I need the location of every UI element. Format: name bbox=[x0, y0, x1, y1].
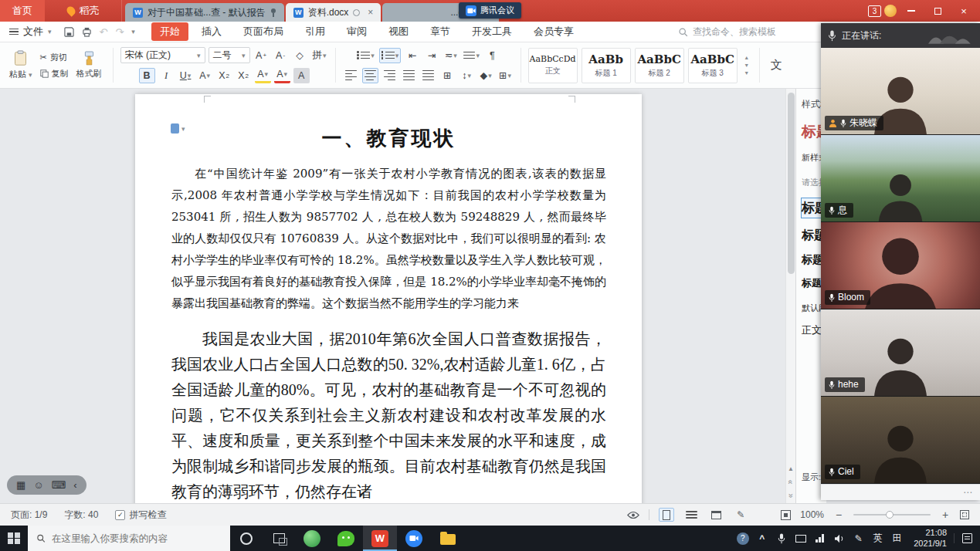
mic-icon[interactable] bbox=[771, 526, 791, 551]
grid-icon[interactable]: ▦ bbox=[16, 479, 25, 491]
borders-button[interactable]: ⊞▾ bbox=[497, 68, 514, 83]
line-spacing-button[interactable]: ↕▾ bbox=[459, 68, 475, 83]
minimize-button[interactable] bbox=[900, 0, 923, 22]
number-list-button[interactable]: ▾ bbox=[379, 48, 402, 63]
style-heading2[interactable]: AaBbC 标题 2 bbox=[635, 48, 684, 83]
show-marks-icon[interactable]: ¶ bbox=[484, 48, 500, 63]
align-right-button[interactable] bbox=[381, 68, 398, 83]
customize-toolbar-icon[interactable]: ▾ bbox=[131, 28, 135, 35]
page-indicator[interactable]: 页面: 1/9 bbox=[11, 509, 47, 522]
char-shading-button[interactable]: A bbox=[293, 68, 310, 83]
paragraph-options-icon[interactable]: ▾ bbox=[171, 123, 185, 134]
language-indicator[interactable]: 英 bbox=[868, 526, 887, 551]
subscript-button[interactable]: X2 bbox=[236, 68, 252, 83]
pen-icon[interactable]: ✎ bbox=[849, 526, 868, 551]
fullscreen-icon[interactable] bbox=[960, 510, 969, 519]
cortana-button[interactable] bbox=[230, 526, 263, 551]
video-feed[interactable]: 朱晓蝶 bbox=[821, 48, 980, 135]
save-icon[interactable] bbox=[64, 27, 74, 37]
paragraph-layout-icon[interactable]: ⊞ bbox=[439, 68, 456, 83]
font-size-select[interactable]: 二号▾ bbox=[209, 47, 250, 63]
command-search[interactable]: 查找命令、搜索模板 bbox=[678, 25, 776, 39]
message-count-badge[interactable]: 3 bbox=[868, 5, 881, 17]
tray-expand-icon[interactable]: ^ bbox=[752, 526, 771, 551]
next-page-icon[interactable]: « bbox=[787, 494, 795, 499]
align-distribute-icon[interactable]: ▾ bbox=[462, 48, 481, 63]
menu-tab-review[interactable]: 审阅 bbox=[338, 22, 375, 41]
menu-tab-insert[interactable]: 插入 bbox=[193, 22, 230, 41]
bullet-list-button[interactable]: ▾ bbox=[355, 48, 376, 63]
tab-active-document[interactable]: W 资料.docx × bbox=[286, 3, 381, 22]
increase-indent-icon[interactable]: ⇥ bbox=[423, 48, 439, 63]
account-avatar[interactable] bbox=[884, 5, 897, 17]
char-border-button[interactable]: A▾ bbox=[197, 68, 213, 83]
asian-layout-icon[interactable]: ≂▾ bbox=[443, 48, 459, 63]
zoom-out-icon[interactable]: − bbox=[833, 509, 844, 521]
redo-icon[interactable]: ↷ bbox=[115, 26, 124, 38]
pinyin-guide-icon[interactable]: 拼▾ bbox=[311, 48, 328, 63]
start-button[interactable] bbox=[0, 526, 28, 551]
taskbar-app-wechat[interactable] bbox=[329, 526, 363, 551]
menu-tab-section[interactable]: 章节 bbox=[422, 22, 459, 41]
print-icon[interactable] bbox=[82, 27, 92, 37]
copy-button[interactable]: 复制 bbox=[40, 68, 69, 79]
pin-icon[interactable] bbox=[270, 8, 276, 17]
word-count[interactable]: 字数: 40 bbox=[64, 509, 98, 522]
tab-home[interactable]: 首页 bbox=[0, 0, 45, 22]
eye-protection-icon[interactable] bbox=[627, 511, 639, 519]
style-normal[interactable]: AaBbCcDd 正文 bbox=[528, 48, 578, 83]
bold-button[interactable]: B bbox=[139, 68, 155, 83]
scroll-up-icon[interactable]: ▲ bbox=[788, 465, 794, 472]
scrollbar-thumb[interactable] bbox=[788, 93, 795, 274]
previous-page-icon[interactable]: « bbox=[787, 480, 795, 485]
highlight-color-button[interactable]: A▾ bbox=[255, 68, 271, 83]
menu-tab-dev-tools[interactable]: 开发工具 bbox=[463, 22, 521, 41]
volume-icon[interactable] bbox=[829, 526, 849, 551]
decrease-indent-icon[interactable]: ⇤ bbox=[404, 48, 420, 63]
video-feed[interactable]: hehe bbox=[821, 309, 980, 397]
tab-report[interactable]: W 对于中国基础...查 - 默认报告 bbox=[125, 3, 284, 22]
display-icon[interactable] bbox=[791, 526, 810, 551]
font-family-select[interactable]: 宋体 (正文)▾ bbox=[120, 47, 205, 63]
zoom-slider[interactable] bbox=[853, 514, 931, 516]
undo-icon[interactable]: ↶ bbox=[100, 26, 108, 38]
emoji-icon[interactable]: ☺ bbox=[33, 479, 43, 491]
decrease-font-icon[interactable]: A- bbox=[273, 48, 289, 63]
paste-button[interactable]: 粘贴 ▾ bbox=[5, 49, 36, 82]
taskbar-search[interactable] bbox=[28, 526, 230, 551]
style-heading3[interactable]: AaBbC 标题 3 bbox=[688, 48, 738, 83]
styles-scroll[interactable]: ▲▼▼ bbox=[741, 55, 752, 76]
distribute-button[interactable] bbox=[420, 68, 436, 83]
format-painter-button[interactable]: 格式刷 bbox=[73, 49, 106, 81]
edit-tools-icon[interactable]: ✎ bbox=[733, 508, 748, 522]
file-menu[interactable]: 文件 ▾ bbox=[0, 25, 59, 39]
vertical-scrollbar[interactable]: ▲ « « bbox=[785, 89, 795, 503]
zoom-slider-thumb[interactable] bbox=[886, 511, 894, 519]
document-page[interactable]: ▾ 一、教育现状 在“中国统计年鉴 2009”有一张关于农村小学教育情况的图表,… bbox=[135, 94, 642, 503]
increase-font-icon[interactable]: A+ bbox=[253, 48, 270, 63]
video-feed[interactable]: Ciel bbox=[821, 397, 980, 484]
video-feed[interactable]: Bloom bbox=[821, 222, 980, 309]
style-heading1[interactable]: AaBb 标题 1 bbox=[582, 48, 631, 83]
keyboard-icon[interactable]: ⌨ bbox=[52, 479, 66, 491]
taskbar-app-browser[interactable] bbox=[295, 526, 329, 551]
help-icon[interactable]: ? bbox=[733, 526, 752, 551]
zoom-level[interactable]: 100% bbox=[800, 509, 824, 520]
shading-button[interactable]: ◆▾ bbox=[478, 68, 494, 83]
ime-mode-icon[interactable]: 田 bbox=[887, 526, 907, 551]
align-left-button[interactable] bbox=[343, 68, 359, 83]
task-view-button[interactable] bbox=[263, 526, 295, 551]
zoom-in-icon[interactable]: + bbox=[940, 509, 951, 521]
maximize-button[interactable] bbox=[926, 0, 949, 22]
tencent-meeting-floating-title[interactable]: 腾讯会议 bbox=[459, 2, 521, 19]
align-center-button[interactable] bbox=[362, 68, 378, 83]
web-view-icon[interactable] bbox=[708, 508, 724, 522]
menu-tab-home[interactable]: 开始 bbox=[151, 22, 188, 41]
page-view-icon[interactable] bbox=[659, 508, 674, 522]
close-button[interactable]: × bbox=[952, 0, 975, 22]
network-signal-icon[interactable] bbox=[810, 526, 829, 551]
taskbar-clock[interactable]: 21:08 2021/9/1 bbox=[907, 528, 954, 549]
more-options-icon[interactable]: ⋯ bbox=[963, 487, 973, 498]
justify-button[interactable] bbox=[401, 68, 417, 83]
action-center-button[interactable] bbox=[954, 533, 980, 543]
